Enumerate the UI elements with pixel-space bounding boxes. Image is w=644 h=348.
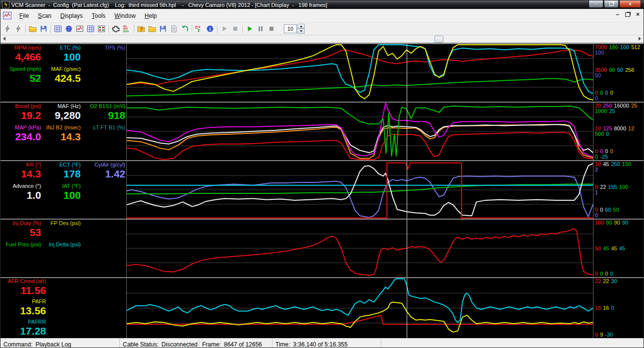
param-speed-mph[interactable]: Speed (mph)52 <box>1 66 41 84</box>
axis-row-bottom: 00000 <box>595 90 644 101</box>
minimize-button[interactable]: – <box>589 0 603 8</box>
close-button[interactable]: × <box>619 0 641 8</box>
param-fp-des-psi[interactable]: FP Des (psi) <box>42 220 81 227</box>
param-ect-f[interactable]: ECT (°F)178 <box>42 162 81 179</box>
spinner-value[interactable]: 10 <box>284 24 297 33</box>
mdi-close-button[interactable]: × <box>636 11 640 18</box>
plot-area-4[interactable] <box>127 220 593 277</box>
param-rpm-rpm[interactable]: RPM (rpm)4,466 <box>1 45 41 62</box>
axis-value: 0 <box>595 212 598 218</box>
disconnect-icon[interactable] <box>13 24 24 34</box>
playback-cursor[interactable] <box>407 103 407 160</box>
open-log-file-icon[interactable] <box>147 24 158 34</box>
plot-area-3[interactable] <box>127 161 593 219</box>
menu-item-file[interactable]: File <box>15 10 33 22</box>
param-cylair-g-cyl[interactable]: CylAir (g/cyl)1.42 <box>82 162 125 179</box>
param-afr-cmnd-afr[interactable]: AFR Cmnd (afr)11.56 <box>0 278 46 296</box>
param-inj-duty[interactable]: Inj Duty (%)53 <box>1 220 41 238</box>
param-pafr[interactable]: PAFR13.56 <box>0 298 46 316</box>
playback-cursor[interactable] <box>407 278 407 338</box>
dtc-status-icon[interactable]: DHOFF100% <box>121 24 132 34</box>
spinner-up-button[interactable] <box>297 24 305 29</box>
param-value: 14.3 <box>1 168 41 179</box>
param-label: MAF (g/sec) <box>42 66 81 72</box>
param-maf-hz[interactable]: MAF (Hz)9,280 <box>42 103 81 121</box>
param-etc[interactable]: ETC (%)100 <box>42 45 81 62</box>
play-log-button[interactable] <box>244 24 255 34</box>
gauge-display-icon <box>65 25 73 33</box>
menu-item-tools[interactable]: Tools <box>87 10 110 22</box>
param-label: TPS (%) <box>82 45 125 51</box>
table-display-icon[interactable] <box>53 24 63 34</box>
traces-svg <box>127 103 593 160</box>
stop-scan-button[interactable] <box>230 24 241 34</box>
playback-cursor[interactable] <box>407 161 407 219</box>
toolbar-separator <box>51 25 51 33</box>
param-tps[interactable]: TPS (%) <box>82 45 125 51</box>
scrollbar-thumb[interactable] <box>434 36 443 43</box>
grid-display-icon[interactable] <box>85 24 96 34</box>
plot-area-5[interactable] <box>127 278 593 338</box>
plot-area-1[interactable] <box>127 44 593 102</box>
axis-value: 180 <box>609 44 618 50</box>
plot-area-2[interactable] <box>127 103 593 160</box>
axis-value: 0 <box>595 154 598 160</box>
param-maf-g-sec[interactable]: MAF (g/sec)424.5 <box>42 66 81 84</box>
mdi-restore-button[interactable] <box>625 12 630 17</box>
menu-item-help[interactable]: Help <box>140 10 161 22</box>
param-label: Fuel Pres (psi) <box>1 241 41 248</box>
channels-config-icon[interactable]: C+F <box>194 24 205 34</box>
dtc-status-icon: DHOFF100% <box>123 25 131 33</box>
dashboard-display-icon[interactable] <box>96 24 107 34</box>
connect-icon[interactable] <box>2 24 13 34</box>
horizontal-scrollbar[interactable] <box>0 35 644 43</box>
axis-value: 50 <box>613 207 619 213</box>
mdi-minimize-button[interactable]: – <box>616 11 619 18</box>
scroll-right-button[interactable] <box>636 35 644 42</box>
menu-item-scan[interactable]: Scan <box>33 10 55 22</box>
log-file-icon[interactable] <box>168 24 179 34</box>
playback-cursor[interactable] <box>407 44 407 102</box>
param-iat-f[interactable]: IAT (°F)100 <box>42 183 81 201</box>
open-config-icon[interactable] <box>27 24 38 34</box>
param-advance[interactable]: Advance (°)1.0 <box>1 183 41 201</box>
axis-value: 90 <box>614 220 620 226</box>
gauge-display-icon[interactable] <box>63 24 74 34</box>
param-inj-b2-msec[interactable]: INJ B2 (msec)14.3 <box>42 124 81 142</box>
spinner-down-button[interactable] <box>297 29 305 34</box>
param-pafrr[interactable]: PAFRR17.28 <box>0 319 46 337</box>
chart-display-icon[interactable] <box>74 24 85 34</box>
param-fuel-pres-psi[interactable]: Fuel Pres (psi) <box>1 241 41 248</box>
save-log-icon[interactable] <box>158 24 168 34</box>
axis-value: 16000 <box>614 103 630 109</box>
param-map-kpa[interactable]: MAP (kPa)234.0 <box>1 124 41 142</box>
axis-line: 0 <box>595 96 644 101</box>
menu-item-window[interactable]: Window <box>110 10 140 22</box>
axis-row-top: 202501600025100025 <box>595 103 644 114</box>
playback-cursor[interactable] <box>407 220 407 277</box>
param-boost-psi[interactable]: Boost (psi)19.2 <box>1 103 41 121</box>
param-o2-b1s1-mv[interactable]: O2 B1S1 (mV)918 <box>82 103 125 121</box>
engine-icon[interactable] <box>110 24 121 34</box>
titlebar[interactable]: ϟ VCM Scanner - Config (Pat Latest.cfg) … <box>0 0 644 9</box>
menu-item-displays[interactable]: Displays <box>56 10 87 22</box>
pause-log-button[interactable] <box>255 24 266 34</box>
param-value: 19.2 <box>1 110 41 121</box>
stop-log-button[interactable] <box>266 24 277 34</box>
restore-button[interactable] <box>604 0 619 8</box>
save-config-icon[interactable] <box>38 24 49 34</box>
param-lt-ft-b1[interactable]: LT FT B1 (%) <box>82 124 125 131</box>
revert-log-icon[interactable] <box>179 24 190 34</box>
scroll-left-button[interactable] <box>0 35 8 42</box>
status-spacer <box>381 339 644 348</box>
channels-config-icon: C+F <box>195 25 203 33</box>
param-kr[interactable]: KR (°)14.3 <box>1 162 41 179</box>
trace-map <box>127 103 593 157</box>
param-inj-delta-psi[interactable]: Inj Delta (psi) <box>42 241 81 248</box>
axis-value: 60 <box>605 207 611 213</box>
vehicle-info-icon[interactable]: i <box>205 24 215 34</box>
table-display-icon <box>54 25 62 33</box>
axis-row-mid: 101258000125000 <box>595 126 644 137</box>
open-log-icon[interactable] <box>136 24 147 34</box>
start-scan-button[interactable] <box>219 24 230 34</box>
